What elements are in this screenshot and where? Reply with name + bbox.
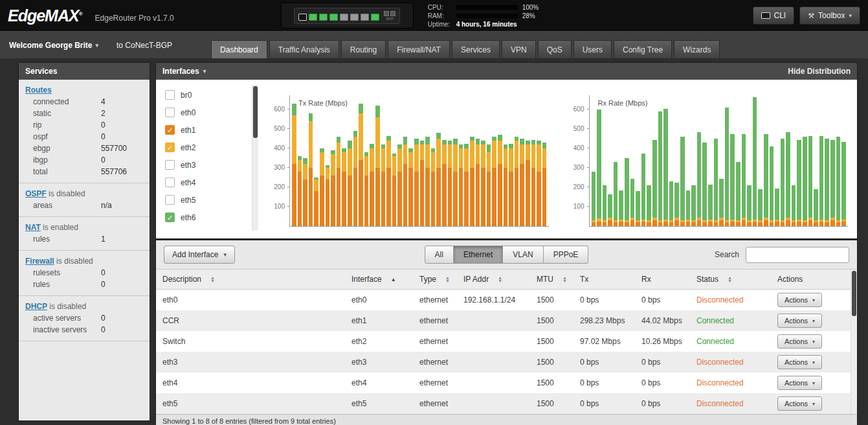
bar-segment-eth2 bbox=[526, 144, 530, 160]
filter-pppoe[interactable]: PPPoE bbox=[544, 246, 589, 264]
sidebar-link-firewall[interactable]: Firewall bbox=[25, 257, 54, 266]
interface-item-eth5[interactable]: eth5 bbox=[165, 191, 252, 209]
cell-mtu: 1500 bbox=[530, 316, 573, 325]
cli-button[interactable]: CLI bbox=[753, 6, 795, 25]
bar-segment-eth6 bbox=[597, 109, 601, 218]
interface-checkbox[interactable]: ✓ bbox=[165, 143, 175, 152]
bar-segment-eth2 bbox=[408, 152, 413, 168]
bar-segment-eth2 bbox=[342, 152, 346, 172]
bar-segment-eth1 bbox=[359, 160, 363, 226]
column-header-rx[interactable]: Rx bbox=[635, 275, 690, 284]
sidebar-stat-row: active servers0 bbox=[25, 311, 143, 323]
tab-users[interactable]: Users bbox=[573, 40, 612, 58]
bar-segment-eth1 bbox=[636, 222, 640, 226]
sidebar-link-routes[interactable]: Routes bbox=[25, 86, 52, 95]
filter-vlan[interactable]: VLAN bbox=[503, 246, 543, 264]
chevron-down-icon: ▾ bbox=[812, 380, 815, 386]
actions-button[interactable]: Actions▾ bbox=[777, 355, 822, 369]
sort-icon[interactable]: ▲▼ bbox=[498, 276, 502, 282]
column-header-tx[interactable]: Tx bbox=[573, 275, 635, 284]
interface-checkbox[interactable]: ✓ bbox=[165, 212, 175, 222]
sidebar-link-nat[interactable]: NAT bbox=[25, 223, 41, 232]
sort-icon[interactable]: ▲▼ bbox=[728, 276, 732, 282]
interface-checkbox[interactable] bbox=[165, 90, 175, 100]
chart-bar bbox=[331, 150, 335, 226]
tab-config-tree[interactable]: Config Tree bbox=[614, 40, 672, 58]
interface-item-eth3[interactable]: eth3 bbox=[165, 156, 252, 174]
interface-checkbox[interactable]: ✓ bbox=[165, 125, 175, 135]
sort-icon[interactable]: ▲▼ bbox=[210, 276, 215, 282]
bar-segment-eth1 bbox=[830, 220, 835, 226]
sidebar-stat-row: total557706 bbox=[25, 165, 143, 176]
interface-item-eth4[interactable]: eth4 bbox=[165, 174, 252, 191]
registered-mark: ® bbox=[79, 10, 82, 16]
interface-list-scrollbar[interactable] bbox=[252, 85, 258, 231]
bar-segment-eth1 bbox=[309, 168, 313, 226]
bar-segment-eth1 bbox=[608, 220, 612, 226]
hide-distribution-link[interactable]: Hide Distribution bbox=[788, 67, 851, 76]
y-axis-tick-label: 100 bbox=[564, 203, 584, 210]
actions-button[interactable]: Actions▾ bbox=[777, 376, 822, 390]
tab-wizards[interactable]: Wizards bbox=[674, 40, 720, 58]
interface-item-eth1[interactable]: ✓eth1 bbox=[165, 121, 252, 139]
chart-bar bbox=[747, 185, 751, 226]
column-header-ip-addr[interactable]: IP Addr▲▼ bbox=[457, 275, 530, 284]
filter-all[interactable]: All bbox=[425, 246, 454, 264]
chevron-down-icon: ▾ bbox=[849, 12, 852, 19]
tab-routing[interactable]: Routing bbox=[341, 40, 386, 58]
actions-button[interactable]: Actions▾ bbox=[777, 314, 822, 328]
tab-firewall-nat[interactable]: Firewall/NAT bbox=[388, 40, 450, 58]
scrollbar-thumb[interactable] bbox=[253, 86, 258, 138]
interface-item-br0[interactable]: br0 bbox=[165, 86, 252, 104]
chart-bar bbox=[758, 189, 762, 226]
table-scrollbar[interactable] bbox=[851, 270, 857, 414]
actions-button[interactable]: Actions▾ bbox=[777, 334, 822, 349]
actions-button-label: Actions bbox=[785, 400, 808, 408]
port-leds: SFP bbox=[294, 8, 400, 24]
tab-dashboard[interactable]: Dashboard bbox=[211, 40, 267, 58]
column-header-type[interactable]: Type▲▼ bbox=[413, 275, 457, 284]
add-interface-button[interactable]: Add Interface ▾ bbox=[164, 246, 235, 264]
interface-checkbox[interactable] bbox=[165, 160, 175, 170]
interface-checkbox[interactable] bbox=[165, 108, 175, 117]
actions-button[interactable]: Actions▾ bbox=[777, 293, 822, 307]
port-led-on bbox=[371, 14, 379, 21]
column-header-actions[interactable]: Actions bbox=[771, 275, 851, 284]
sort-icon[interactable]: ▲▼ bbox=[445, 276, 450, 282]
chart-bar bbox=[326, 165, 330, 227]
chart-bar bbox=[775, 189, 779, 227]
column-header-interface[interactable]: Interface▲ bbox=[345, 275, 413, 284]
bar-segment-eth1 bbox=[375, 168, 380, 226]
stat-label: rules bbox=[33, 280, 101, 289]
bar-segment-eth6 bbox=[770, 146, 774, 220]
actions-button[interactable]: Actions▾ bbox=[777, 396, 822, 411]
column-header-description[interactable]: Description▲▼ bbox=[156, 275, 345, 284]
sort-icon[interactable]: ▲▼ bbox=[562, 276, 567, 282]
sidebar-link-dhcp[interactable]: DHCP bbox=[25, 302, 47, 311]
filter-ethernet[interactable]: Ethernet bbox=[454, 246, 503, 264]
tab-traffic-analysis[interactable]: Traffic Analysis bbox=[269, 40, 339, 58]
chevron-down-icon[interactable]: ▾ bbox=[203, 68, 206, 75]
scrollbar-thumb[interactable] bbox=[852, 271, 856, 316]
chart-bar bbox=[753, 97, 757, 227]
toolbox-button[interactable]: ⚒ Toolbox ▾ bbox=[799, 6, 860, 25]
interface-item-eth0[interactable]: eth0 bbox=[165, 104, 252, 121]
bar-segment-eth1 bbox=[504, 168, 508, 226]
tab-vpn[interactable]: VPN bbox=[502, 40, 536, 58]
user-menu[interactable]: Welcome George Brite ▾ bbox=[9, 41, 98, 50]
bar-segment-eth1 bbox=[414, 172, 419, 226]
interface-checkbox[interactable] bbox=[165, 195, 175, 205]
interface-item-eth2[interactable]: ✓eth2 bbox=[165, 139, 252, 156]
search-input[interactable] bbox=[746, 247, 849, 263]
bar-segment-eth2 bbox=[537, 144, 541, 172]
connection-context: to CoNecT-BGP bbox=[117, 41, 172, 50]
interface-item-eth6[interactable]: ✓eth6 bbox=[165, 209, 252, 226]
column-header-mtu[interactable]: MTU▲▼ bbox=[530, 275, 573, 284]
sidebar-link-ospf[interactable]: OSPF bbox=[25, 189, 47, 198]
tab-services[interactable]: Services bbox=[452, 40, 500, 58]
sidebar-section-firewall: Firewall is disabledrulesets0rules0 bbox=[19, 251, 150, 296]
column-header-status[interactable]: Status▲▼ bbox=[690, 275, 771, 284]
chart-bar bbox=[436, 133, 441, 226]
interface-checkbox[interactable] bbox=[165, 178, 175, 187]
tab-qos[interactable]: QoS bbox=[538, 40, 572, 58]
